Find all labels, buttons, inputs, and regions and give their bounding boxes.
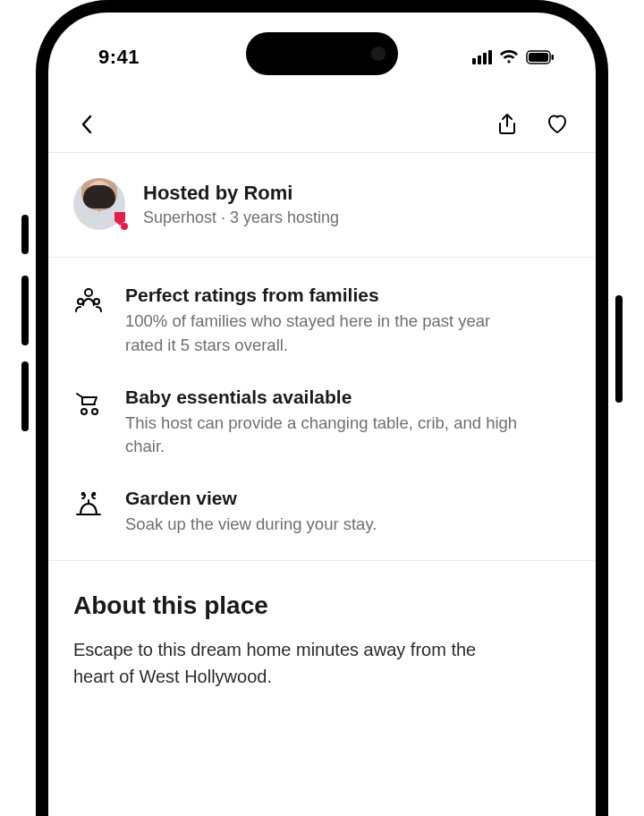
about-section: About this place Escape to this dream ho… (48, 561, 596, 690)
highlight-item: Garden view Soak up the view during your… (73, 488, 571, 537)
svg-point-4 (85, 289, 92, 296)
svg-point-7 (81, 409, 87, 414)
heart-icon (546, 114, 569, 135)
host-title: Hosted by Romi (143, 182, 339, 205)
about-heading: About this place (73, 591, 571, 620)
svg-point-8 (92, 409, 97, 414)
host-subtitle: Superhost · 3 years hosting (143, 208, 339, 227)
status-time: 9:41 (98, 46, 140, 69)
svg-point-10 (93, 493, 96, 496)
svg-point-3 (121, 223, 128, 230)
highlight-desc: This host can provide a changing table, … (125, 412, 519, 460)
svg-point-5 (78, 299, 83, 304)
wifi-icon (499, 50, 519, 64)
highlights-section: Perfect ratings from families 100% of fa… (48, 258, 596, 561)
back-button[interactable] (75, 113, 98, 136)
phone-side-button (21, 361, 29, 431)
highlight-title: Baby essentials available (125, 387, 519, 408)
highlight-item: Perfect ratings from families 100% of fa… (73, 285, 571, 358)
phone-side-button (21, 215, 29, 254)
highlight-title: Garden view (125, 488, 377, 509)
host-avatar (73, 178, 125, 230)
about-body: Escape to this dream home minutes away f… (73, 636, 521, 690)
highlight-item: Baby essentials available This host can … (73, 387, 571, 460)
highlight-title: Perfect ratings from families (125, 285, 519, 306)
phone-frame: 9:41 (36, 0, 608, 816)
save-button[interactable] (546, 113, 569, 136)
status-bar: 9:41 (48, 39, 596, 75)
highlight-desc: Soak up the view during your stay. (125, 513, 377, 537)
garden-icon (73, 489, 104, 520)
phone-screen: 9:41 (48, 13, 596, 816)
svg-point-9 (82, 493, 85, 496)
navbar (48, 98, 596, 153)
battery-icon (526, 50, 555, 64)
svg-rect-2 (552, 55, 555, 60)
status-indicators (472, 50, 555, 64)
phone-side-button (21, 276, 29, 345)
superhost-badge-icon (109, 210, 131, 232)
screen-content: Hosted by Romi Superhost · 3 years hosti… (48, 98, 596, 816)
svg-rect-1 (529, 53, 548, 62)
host-section[interactable]: Hosted by Romi Superhost · 3 years hosti… (48, 153, 596, 258)
share-icon (496, 113, 518, 136)
family-icon (73, 286, 104, 317)
highlight-desc: 100% of families who stayed here in the … (125, 310, 519, 358)
chevron-left-icon (80, 115, 94, 134)
stroller-icon (73, 388, 104, 419)
cellular-icon (472, 50, 492, 64)
share-button[interactable] (496, 113, 519, 136)
svg-point-6 (94, 299, 99, 304)
device-mockup: 9:41 (0, 0, 644, 816)
phone-side-button (615, 295, 623, 403)
